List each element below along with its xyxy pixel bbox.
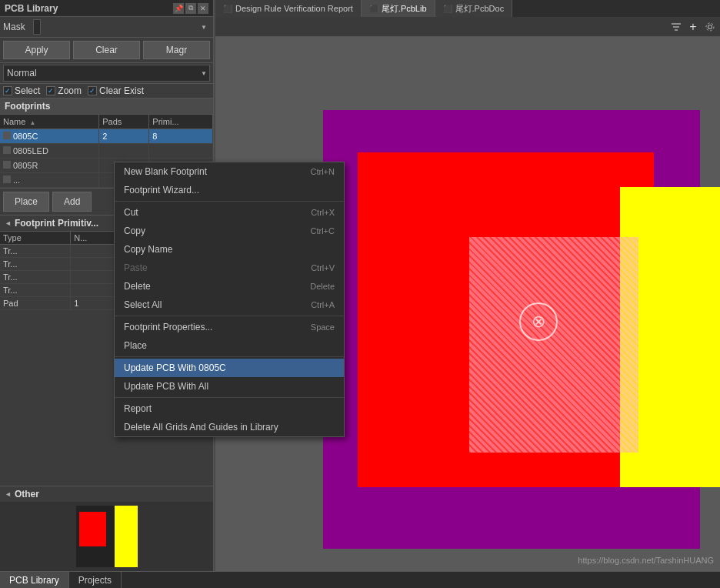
context-menu: New Blank Footprint Ctrl+N Footprint Wiz…	[114, 162, 345, 437]
prim-type-cell: Tr...	[0, 258, 71, 271]
bottom-tab-pcblib[interactable]: PCB Library	[0, 572, 69, 588]
ctx-separator	[115, 397, 344, 398]
normal-dropdown-wrap: Normal	[3, 65, 210, 82]
ctx-item-label: Place	[124, 340, 147, 351]
ctx-separator	[115, 316, 344, 316]
preview-yellow-shape	[115, 506, 138, 567]
ctx-menu-item-0[interactable]: New Blank Footprint Ctrl+N	[115, 162, 344, 181]
footprint-primitives-cell: 8	[149, 129, 213, 144]
add-button[interactable]: Add	[52, 192, 92, 212]
bottom-tab-projects-label: Projects	[78, 575, 112, 586]
bottom-tab-projects[interactable]: Projects	[69, 572, 122, 588]
ctx-menu-item-8[interactable]: Footprint Properties... Space	[115, 318, 344, 336]
footprint-icon	[3, 146, 11, 154]
ctx-item-label: New Blank Footprint	[124, 166, 207, 177]
zoom-checkbox-label: Zoom	[58, 85, 82, 96]
pcblib-tab-label: 尾灯.PcbLib	[382, 3, 427, 15]
checkboxes-row: Select Zoom Clear Exist	[0, 84, 213, 99]
ctx-menu-item-5: Paste Ctrl+V	[115, 259, 344, 277]
ctx-item-label: Report	[124, 403, 152, 414]
select-checkbox-item[interactable]: Select	[3, 85, 40, 96]
footprint-name-cell: 0805LED	[0, 144, 99, 159]
magnet-button[interactable]: Magr	[143, 41, 210, 59]
ctx-item-label: Delete	[124, 281, 151, 292]
ctx-menu-item-4[interactable]: Copy Name	[115, 240, 344, 259]
ctx-menu-item-9[interactable]: Place	[115, 336, 344, 355]
zoom-checkbox-item[interactable]: Zoom	[46, 85, 82, 96]
gear-icon[interactable]	[703, 20, 717, 34]
bottom-tabs: PCB Library Projects	[0, 571, 720, 588]
ctx-item-shortcut: Ctrl+A	[311, 300, 335, 309]
zoom-checkbox[interactable]	[46, 86, 55, 95]
add-icon[interactable]: +	[686, 20, 700, 34]
tab-pcblib[interactable]: ⬛ 尾灯.PcbLib	[362, 0, 435, 17]
bottom-tab-pcblib-label: PCB Library	[9, 575, 59, 586]
table-header-row: Name ▲ Pads Primi...	[0, 115, 213, 129]
panel-title-controls: 📌 ⧉ ✕	[173, 3, 208, 14]
ctx-menu-item-10[interactable]: Update PCB With 0805C	[115, 359, 344, 377]
select-checkbox[interactable]	[3, 86, 12, 95]
ctx-menu-item-2[interactable]: Cut Ctrl+X	[115, 203, 344, 222]
drc-tab-icon: ⬛	[223, 5, 232, 13]
footprint-icon	[3, 132, 11, 139]
pads-column-header[interactable]: Pads	[99, 115, 149, 129]
ctx-item-label: Footprint Properties...	[124, 322, 212, 332]
ctx-item-label: Update PCB With 0805C	[124, 362, 226, 373]
apply-button[interactable]: Apply	[3, 41, 70, 59]
ctx-menu-item-13[interactable]: Delete All Grids And Guides in Library	[115, 418, 344, 436]
svg-point-3	[708, 25, 712, 28]
mask-label: Mask	[3, 22, 30, 32]
close-panel-button[interactable]: ✕	[198, 3, 208, 14]
pin-button[interactable]: 📌	[173, 3, 184, 14]
ctx-item-label: Paste	[124, 262, 148, 273]
table-row[interactable]: 0805C 2 8	[0, 129, 213, 144]
primitives-column-header[interactable]: Primi...	[149, 115, 213, 129]
ctx-menu-item-3[interactable]: Copy Ctrl+C	[115, 222, 344, 240]
mask-row: Mask	[0, 17, 213, 38]
ctx-menu-item-6[interactable]: Delete Delete	[115, 277, 344, 296]
primitives-collapse-icon[interactable]: ◄	[5, 219, 12, 227]
svg-point-4	[706, 23, 714, 31]
drc-tab-label: Design Rule Verification Report	[235, 4, 353, 13]
other-header-label: Other	[15, 489, 39, 499]
footprint-pads-cell	[99, 144, 149, 159]
mask-dropdown-wrap	[33, 19, 210, 35]
prim-type-col[interactable]: Type	[0, 232, 71, 245]
name-column-header[interactable]: Name ▲	[0, 115, 99, 129]
footprint-primitives-cell	[149, 144, 213, 159]
footprint-icon	[3, 175, 11, 183]
table-row[interactable]: 0805LED	[0, 144, 213, 159]
prim-type-cell: Tr...	[0, 245, 71, 258]
preview-area	[0, 502, 213, 571]
ctx-item-label: Copy	[124, 226, 145, 236]
ctx-item-shortcut: Delete	[310, 282, 335, 291]
clear-exist-checkbox[interactable]	[88, 86, 97, 95]
ctx-menu-item-11[interactable]: Update PCB With All	[115, 377, 344, 396]
float-button[interactable]: ⧉	[185, 3, 196, 14]
ctx-menu-item-1[interactable]: Footprint Wizard...	[115, 181, 344, 199]
normal-row: Normal	[0, 63, 213, 84]
mask-dropdown[interactable]	[33, 19, 41, 35]
filter-icon[interactable]	[669, 20, 683, 34]
clear-exist-checkbox-item[interactable]: Clear Exist	[88, 85, 144, 96]
tab-drc[interactable]: ⬛ Design Rule Verification Report	[215, 0, 362, 17]
ctx-item-shortcut: Ctrl+X	[311, 208, 335, 217]
clear-exist-checkbox-label: Clear Exist	[99, 85, 144, 96]
normal-dropdown[interactable]: Normal	[3, 65, 210, 82]
sort-arrow-icon: ▲	[29, 119, 35, 126]
ctx-menu-item-7[interactable]: Select All Ctrl+A	[115, 296, 344, 314]
pcb-circle-marker: ⊗	[519, 302, 558, 341]
ctx-item-label: Copy Name	[124, 244, 172, 255]
place-button[interactable]: Place	[3, 192, 49, 212]
ctx-item-label: Update PCB With All	[124, 381, 208, 392]
ctx-item-label: Cut	[124, 207, 138, 218]
prim-type-cell: Tr...	[0, 271, 71, 284]
footprint-icon	[3, 161, 11, 169]
tab-pcbdoc[interactable]: ⬛ 尾灯.PcbDoc	[435, 0, 513, 17]
other-collapse-icon[interactable]: ◄	[5, 490, 12, 498]
clear-button[interactable]: Clear	[73, 41, 140, 59]
footprint-name-cell: 0805C	[0, 129, 99, 144]
ctx-item-shortcut: Space	[311, 322, 335, 332]
primitives-header-label: Footprint Primitiv...	[15, 218, 98, 229]
ctx-menu-item-12[interactable]: Report	[115, 399, 344, 418]
